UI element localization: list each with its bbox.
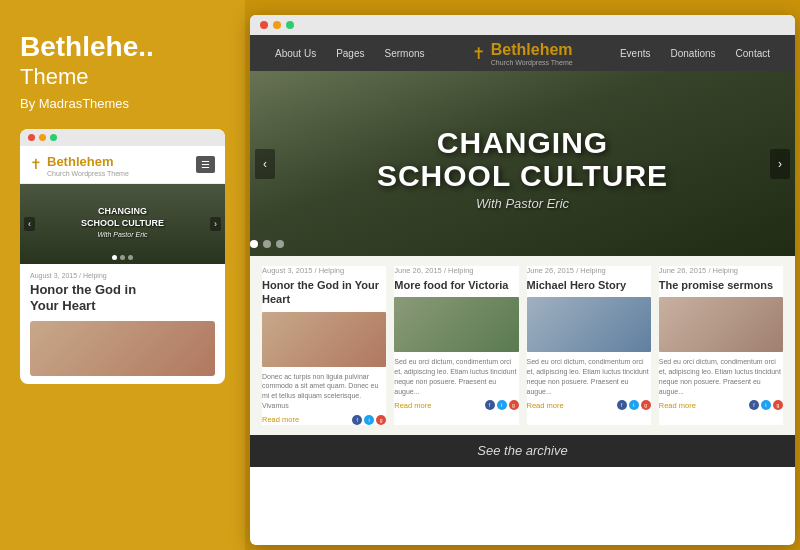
mobile-logo-text: Bethlehem <box>47 154 113 169</box>
twitter-icon-4[interactable]: t <box>761 400 771 410</box>
mobile-logo-text-wrap: Bethlehem Church Wordpress Theme <box>47 152 129 177</box>
twitter-icon-1[interactable]: t <box>364 415 374 425</box>
post-3-footer: Read more f t g <box>527 400 651 410</box>
nav-logo-sub-text: Church Wordpress Theme <box>491 59 573 66</box>
mobile-hero-dot-1 <box>112 255 117 260</box>
archive-bar: See the archive <box>250 435 795 467</box>
nav-about[interactable]: About Us <box>265 35 326 71</box>
hero-dot-1[interactable] <box>250 240 258 248</box>
hero-dot-3[interactable] <box>276 240 284 248</box>
post-2-footer: Read more f t g <box>394 400 518 410</box>
post-card-3: June 26, 2015 / Helping Michael Hero Sto… <box>527 266 651 425</box>
mobile-hero-dots <box>112 255 133 260</box>
theme-subtitle: Theme <box>20 64 225 90</box>
browser-dot-red <box>260 21 268 29</box>
post-1-footer: Read more f t g <box>262 415 386 425</box>
post-4-image <box>659 297 783 352</box>
mobile-dot-red <box>28 134 35 141</box>
nav-events[interactable]: Events <box>610 35 661 71</box>
post-card-2: June 26, 2015 / Helping More food for Vi… <box>394 266 518 425</box>
facebook-icon-3[interactable]: f <box>617 400 627 410</box>
mobile-logo-sub: Church Wordpress Theme <box>47 170 129 177</box>
post-3-read-more[interactable]: Read more <box>527 401 564 410</box>
mobile-hero-dot-2 <box>120 255 125 260</box>
desktop-nav: About Us Pages Sermons ✝ Bethlehem Churc… <box>250 35 795 71</box>
gplus-icon-3[interactable]: g <box>641 400 651 410</box>
hero-sub-text: With Pastor Eric <box>476 196 569 211</box>
gplus-icon-1[interactable]: g <box>376 415 386 425</box>
post-4-footer: Read more f t g <box>659 400 783 410</box>
twitter-icon-3[interactable]: t <box>629 400 639 410</box>
hero-main-text: CHANGINGSCHOOL CULTURE <box>377 126 668 192</box>
left-panel: Bethlehe.. Theme By MadrasThemes ✝ Bethl… <box>0 0 245 550</box>
post-3-meta: June 26, 2015 / Helping <box>527 266 651 275</box>
nav-donations[interactable]: Donations <box>661 35 726 71</box>
mobile-hero-dot-3 <box>128 255 133 260</box>
hero-arrow-left[interactable]: ‹ <box>255 149 275 179</box>
browser-dot-green <box>286 21 294 29</box>
mobile-dot-yellow <box>39 134 46 141</box>
post-1-social: f t g <box>352 415 386 425</box>
post-2-excerpt: Sed eu orci dictum, condimentum orci et,… <box>394 357 518 396</box>
nav-pages[interactable]: Pages <box>326 35 374 71</box>
post-3-excerpt: Sed eu orci dictum, condimentum orci et,… <box>527 357 651 396</box>
post-2-meta: June 26, 2015 / Helping <box>394 266 518 275</box>
post-card-1: August 3, 2015 / Helping Honor the God i… <box>262 266 386 425</box>
facebook-icon-1[interactable]: f <box>352 415 362 425</box>
nav-logo-main-text: Bethlehem <box>491 41 573 58</box>
mobile-logo-area: ✝ Bethlehem Church Wordpress Theme <box>30 152 129 177</box>
post-1-image <box>262 312 386 367</box>
post-2-read-more[interactable]: Read more <box>394 401 431 410</box>
twitter-icon-2[interactable]: t <box>497 400 507 410</box>
mobile-post-meta: August 3, 2015 / Helping <box>30 272 215 279</box>
mobile-preview: ✝ Bethlehem Church Wordpress Theme ☰ CHA… <box>20 129 225 385</box>
desktop-hero: CHANGINGSCHOOL CULTURE With Pastor Eric … <box>250 71 795 256</box>
mobile-cross-icon: ✝ <box>30 156 42 172</box>
hero-content: CHANGINGSCHOOL CULTURE With Pastor Eric <box>250 71 795 256</box>
archive-link[interactable]: See the archive <box>477 443 567 458</box>
post-1-meta: August 3, 2015 / Helping <box>262 266 386 275</box>
mobile-nav: ✝ Bethlehem Church Wordpress Theme ☰ <box>20 146 225 184</box>
post-3-title: Michael Hero Story <box>527 278 651 292</box>
nav-cross-icon: ✝ <box>472 44 485 63</box>
facebook-icon-2[interactable]: f <box>485 400 495 410</box>
post-3-social: f t g <box>617 400 651 410</box>
right-panel: About Us Pages Sermons ✝ Bethlehem Churc… <box>250 15 795 545</box>
post-3-image <box>527 297 651 352</box>
nav-contact[interactable]: Contact <box>726 35 780 71</box>
nav-logo: ✝ Bethlehem Church Wordpress Theme <box>435 41 610 66</box>
hero-dots <box>250 240 284 248</box>
posts-grid: August 3, 2015 / Helping Honor the God i… <box>250 256 795 435</box>
post-4-title: The promise sermons <box>659 278 783 292</box>
mobile-hero: CHANGINGSCHOOL CULTUREWith Pastor Eric ‹… <box>20 184 225 264</box>
post-1-title: Honor the God in Your Heart <box>262 278 386 307</box>
post-4-social: f t g <box>749 400 783 410</box>
hero-arrow-right[interactable]: › <box>770 149 790 179</box>
browser-dot-yellow <box>273 21 281 29</box>
theme-title: Bethlehe.. <box>20 30 225 64</box>
browser-bar <box>250 15 795 35</box>
post-4-excerpt: Sed eu orci dictum, condimentum orci et,… <box>659 357 783 396</box>
post-4-read-more[interactable]: Read more <box>659 401 696 410</box>
mobile-arrow-right[interactable]: › <box>210 217 221 231</box>
post-1-excerpt: Donec ac turpis non ligula pulvinar comm… <box>262 372 386 411</box>
gplus-icon-2[interactable]: g <box>509 400 519 410</box>
mobile-browser-dots <box>20 129 225 146</box>
post-4-meta: June 26, 2015 / Helping <box>659 266 783 275</box>
facebook-icon-4[interactable]: f <box>749 400 759 410</box>
hero-dot-2[interactable] <box>263 240 271 248</box>
post-card-4: June 26, 2015 / Helping The promise serm… <box>659 266 783 425</box>
mobile-post-content: August 3, 2015 / Helping Honor the God i… <box>20 264 225 385</box>
byline: By MadrasThemes <box>20 96 225 111</box>
mobile-post-image <box>30 321 215 376</box>
mobile-dot-green <box>50 134 57 141</box>
hamburger-icon[interactable]: ☰ <box>196 156 215 173</box>
mobile-post-title: Honor the God in Your Heart <box>30 282 215 316</box>
post-2-social: f t g <box>485 400 519 410</box>
post-1-read-more[interactable]: Read more <box>262 415 299 424</box>
mobile-arrow-left[interactable]: ‹ <box>24 217 35 231</box>
post-2-image <box>394 297 518 352</box>
gplus-icon-4[interactable]: g <box>773 400 783 410</box>
nav-sermons[interactable]: Sermons <box>375 35 435 71</box>
nav-logo-text-block: Bethlehem Church Wordpress Theme <box>491 41 573 66</box>
